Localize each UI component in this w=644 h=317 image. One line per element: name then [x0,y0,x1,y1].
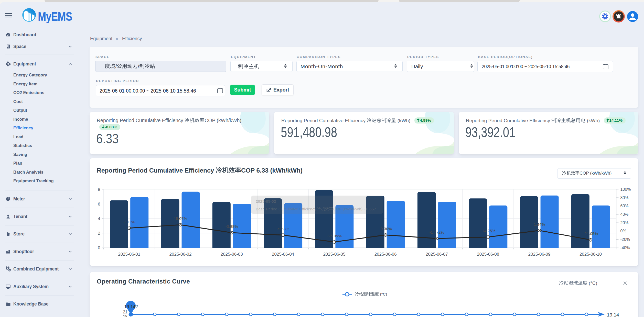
svg-text:18: 18 [123,314,127,317]
svg-text:2025-05-02: 2025-05-02 [256,199,276,203]
svg-text:2025-06-06: 2025-06-06 [374,252,397,257]
svg-text:-9.58%: -9.58% [277,227,289,231]
svg-text:-21.05%: -21.05% [583,231,598,236]
svg-text:2025-06-03: 2025-06-03 [221,252,243,257]
svg-text:2025-06-04: 2025-06-04 [272,252,294,257]
svg-text:8: 8 [98,187,100,192]
svg-text:60%: 60% [620,204,629,208]
svg-text:-20%: -20% [620,237,630,242]
svg-text:-17.72%: -17.72% [430,230,444,234]
svg-text:-26.05%: -26.05% [327,234,342,238]
svg-text:2025-06-07: 2025-06-07 [426,252,448,257]
svg-text:2025-06-08: 2025-06-08 [477,252,499,257]
svg-text:2025-06-02: 2025-06-02 [169,252,192,257]
svg-text:2025-06-10: 2025-06-10 [579,252,602,257]
svg-text:80%: 80% [620,196,629,200]
svg-text:19.142: 19.142 [124,304,138,309]
svg-text:COP (kWh/kWh) - 6.657: COP (kWh/kWh) - 6.657 [333,207,376,211]
svg-text:15.07%: 15.07% [174,216,187,221]
svg-text:1.44%: 1.44% [534,222,545,227]
svg-text:Base Period Cumulative Efficie: Base Period Cumulative Efficiency [256,207,316,211]
svg-text:-40%: -40% [620,246,630,250]
svg-text:7.11%: 7.11% [124,220,135,224]
svg-text:100%: 100% [620,187,631,191]
svg-text:2025-06-05: 2025-06-05 [323,252,345,257]
svg-text:6: 6 [98,202,100,206]
svg-text:40%: 40% [620,212,629,217]
svg-text:0: 0 [98,245,100,250]
svg-text:0%: 0% [620,229,626,233]
svg-text:-3.88%: -3.88% [226,224,238,229]
svg-text:2025-06-09: 2025-06-09 [528,252,551,257]
svg-text:2025-06-01: 2025-06-01 [118,252,140,257]
svg-text:19.14: 19.14 [607,312,619,317]
svg-text:20%: 20% [620,221,629,225]
svg-text:-9.30%: -9.30% [379,227,392,231]
svg-text:2: 2 [98,231,100,235]
svg-text:21: 21 [123,310,127,314]
svg-text:-14.25%: -14.25% [481,229,496,233]
svg-text:4: 4 [98,216,100,221]
